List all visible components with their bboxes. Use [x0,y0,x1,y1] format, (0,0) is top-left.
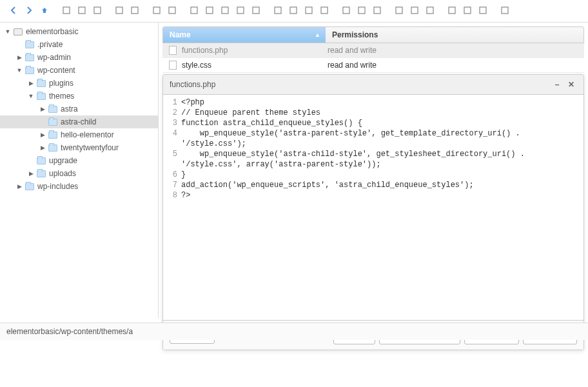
folder-icon [48,143,58,152]
copy2-icon [220,6,230,17]
line-gutter: 12345678 [163,97,181,317]
line-number: 8 [163,190,177,201]
close-icon[interactable]: ✕ [565,79,577,90]
tree-item-themes[interactable]: ▼themes [0,90,158,103]
tree-toggle-icon [39,118,46,126]
tree-item-wp-admin[interactable]: ▶wp-admin [0,51,158,64]
editor-panel: functions.php – ✕ 12345678 <?php// Enque… [162,74,584,350]
code-line: <?php [181,97,583,108]
svg-rect-23 [464,7,471,14]
code-line: } [181,170,583,180]
tree-toggle-icon[interactable]: ▼ [4,28,12,35]
info-button[interactable] [407,4,422,18]
folder-icon [48,104,58,114]
grid-small-button[interactable] [370,4,384,18]
undo-button[interactable] [150,4,164,18]
tree-label: plugins [49,79,74,88]
forward-button[interactable] [22,4,36,18]
delete-button[interactable] [233,4,248,18]
undo-icon [152,6,161,17]
forward-icon [24,6,34,17]
redo-button[interactable] [165,4,179,18]
svg-rect-11 [253,7,259,14]
tree-toggle-icon[interactable]: ▶ [27,170,35,177]
new-folder-button[interactable] [75,4,89,18]
rename-button[interactable] [249,4,263,18]
editor-body[interactable]: 12345678 <?php// Enqueue parent theme st… [163,95,583,320]
tree-item-wp-content[interactable]: ▼wp-content [0,64,158,77]
tree-toggle-icon[interactable]: ▶ [39,144,46,152]
upload-button[interactable] [90,4,104,18]
toolbar [0,0,588,23]
folder-icon [24,40,35,49]
tree-toggle-icon[interactable]: ▶ [27,79,35,87]
invert-button[interactable] [317,4,331,18]
tree-item-wp-includes[interactable]: ▶wp-includes [0,180,158,193]
tree-item-upgrade[interactable]: upgrade [0,154,158,167]
copy-button[interactable] [112,4,126,18]
grid-blue-button[interactable] [339,4,353,18]
rename-icon [251,6,260,17]
tree-label: astra-child [61,117,96,126]
code-line: wp_enqueue_style('astra-parent-style', g… [181,128,583,139]
sort-asc-icon: ▲ [315,32,320,38]
column-header-name[interactable]: Name▲ [163,27,326,43]
folder-icon [36,156,46,165]
column-header-permissions[interactable]: Permissions [326,27,583,43]
upload-icon [93,6,102,17]
code-area[interactable]: <?php// Enqueue parent theme stylesfunct… [181,97,583,317]
extract-button[interactable] [423,4,437,18]
tree-toggle-icon[interactable]: ▶ [39,131,46,139]
download-button[interactable] [187,4,201,18]
tree-item-astra-child[interactable]: astra-child [0,115,158,128]
svg-rect-2 [94,7,101,14]
tree-toggle-icon[interactable]: ▶ [39,105,46,113]
save-button[interactable] [128,4,142,18]
new-file-button[interactable] [59,4,74,18]
tree-toggle-icon[interactable]: ▼ [27,92,35,100]
copy2-button[interactable] [218,4,232,18]
up-button[interactable] [37,4,52,18]
tree-toggle-icon[interactable]: ▶ [15,183,23,190]
file-row[interactable]: style.cssread and write [162,58,584,73]
tree-label: elementorbasic [26,27,78,36]
tree-toggle-icon[interactable]: ▼ [15,66,23,74]
preview-button[interactable] [392,4,406,18]
select-all-button[interactable] [286,4,300,18]
deselect-button[interactable] [302,4,316,18]
svg-rect-25 [502,7,508,14]
tree-item-elementorbasic[interactable]: ▼elementorbasic [0,25,158,38]
css-file-icon [166,61,179,70]
tree-item-uploads[interactable]: ▶uploads [0,167,158,180]
grid-button[interactable] [355,4,369,18]
find-button[interactable] [271,4,285,18]
perms-icon [463,6,472,17]
line-number: 7 [163,180,177,190]
file-perms: read and write [328,46,580,55]
content-area: Name▲ Permissions functions.phpread and … [159,23,588,318]
tree-item-private[interactable]: .private [0,38,158,51]
cut-button[interactable] [202,4,217,18]
new-folder-icon [77,6,86,17]
compress-icon [447,6,456,17]
perms-button[interactable] [460,4,475,18]
line-number [163,159,177,170]
fullscreen-button[interactable] [498,4,512,18]
tree-toggle-icon[interactable]: ▶ [15,54,23,61]
tree-item-hello-elementor[interactable]: ▶hello-elementor [0,128,158,141]
file-perms: read and write [328,61,580,70]
file-row[interactable]: functions.phpread and write [162,43,584,58]
back-button[interactable] [6,4,21,18]
tree-item-astra[interactable]: ▶astra [0,103,158,115]
tree-item-plugins[interactable]: ▶plugins [0,77,158,90]
svg-rect-5 [153,7,160,14]
line-number: 2 [163,108,177,118]
compress-button[interactable] [445,4,459,18]
minimize-icon[interactable]: – [551,79,563,90]
terminal-button[interactable] [476,4,490,18]
tree-label: wp-includes [37,182,78,191]
grid-blue-icon [342,6,351,17]
tree-item-twentytwentyfour[interactable]: ▶twentytwentyfour [0,141,158,154]
grid-icon [357,6,366,17]
info-icon [410,6,419,17]
